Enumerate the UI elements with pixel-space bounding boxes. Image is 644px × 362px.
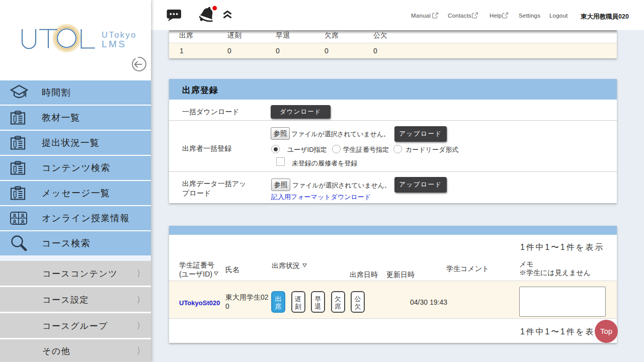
svg-text:LMS: LMS [102,39,127,49]
svg-text:UTokyo: UTokyo [102,30,137,39]
